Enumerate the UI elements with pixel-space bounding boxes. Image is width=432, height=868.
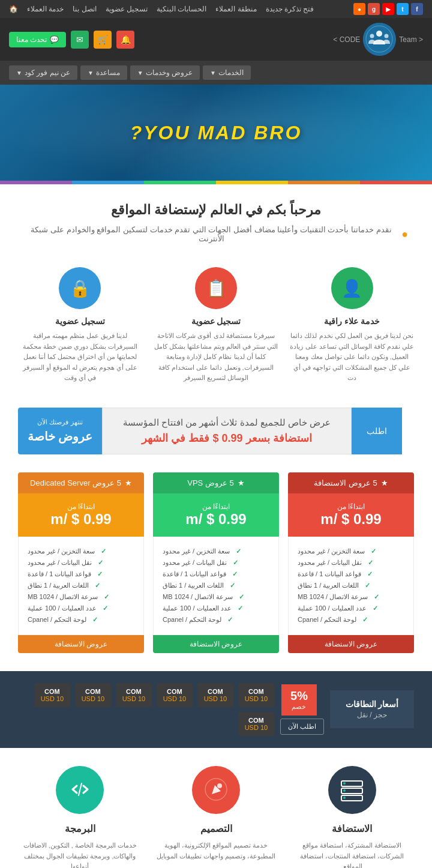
feature-speed: سرعة الاتصال / MB 1024: [298, 591, 404, 603]
feature-db-v: قواعد البيانات 1 / قاعدة: [163, 568, 269, 580]
discount-label: خصم: [290, 703, 308, 711]
rss-icon[interactable]: ●: [353, 3, 365, 15]
domain-ext-1: COM: [203, 688, 227, 695]
star-icon: ★: [125, 478, 132, 487]
plan-footer-hosting[interactable]: عروض الاستضافة: [288, 635, 414, 653]
color-bar: [0, 181, 432, 184]
new-ticket-link[interactable]: فتح تذكرة جديدة: [266, 5, 314, 13]
discount-percent: 5%: [290, 689, 308, 703]
youtube-icon[interactable]: ▶: [382, 3, 394, 15]
feature-desc-1: سيرفرنا مستضافة لدى أقوى شركات الاتاحة ا…: [154, 331, 278, 384]
chat-button[interactable]: 💬 تحدث معنا: [9, 32, 66, 47]
domain-ext-5: COM: [40, 688, 64, 695]
plan-features-dedicated: سعة التخزين / غير محدود نقل البيانات / غ…: [18, 537, 144, 635]
domain-price-3[interactable]: COM 10 USD: [116, 683, 152, 707]
svg-point-4: [385, 34, 389, 38]
cart-icon[interactable]: 🛒: [94, 31, 112, 49]
domain-price-val-5: 10 USD: [40, 695, 64, 702]
domain-title: أسعار النطاقات: [342, 699, 402, 709]
plan-price-dedicated: ابتداءًا من 0.99 $ /m: [18, 493, 144, 537]
home-link[interactable]: 🏠: [9, 5, 18, 13]
mail-icon[interactable]: ✉: [71, 31, 89, 49]
color-bar-green: [144, 181, 216, 184]
hero-question: ?: [130, 122, 144, 143]
feature-ops-d: عدد العمليات / 100 عملية: [28, 603, 134, 614]
welcome-subtitle: ● نقدم خدماتنا بأحدث التقنيات وأعلينا مض…: [24, 225, 408, 243]
nav-services[interactable]: الخدمات ▼: [203, 65, 251, 80]
svg-point-2: [376, 31, 382, 37]
nav-offers[interactable]: عروض وخدمات ▼: [130, 65, 200, 80]
feature-lang: اللغات العربية / 1 نطاق: [298, 580, 404, 591]
feature-ops-v: عدد العمليات / 100 عملية: [163, 603, 269, 614]
domain-price-5[interactable]: COM 10 USD: [34, 683, 70, 707]
feature-item-vip: 👤 خدمة علاء راقية نحن لدينا فريق من العم…: [290, 267, 414, 384]
services-grid: الاستضافة الاستضافة المشتركة، استضافة مو…: [18, 766, 414, 868]
domain-price-2[interactable]: COM 10 USD: [157, 683, 193, 707]
facebook-icon[interactable]: f: [411, 3, 423, 15]
plan-footer-dedicated[interactable]: عروض الاستضافة: [18, 635, 144, 653]
color-bar-yellow: [216, 181, 288, 184]
nav-help[interactable]: مساعدة ▼: [80, 65, 127, 80]
order-now-button[interactable]: اطلب الآن: [280, 719, 324, 735]
feature-speed-v: سرعة الاتصال / MB 1024: [163, 591, 269, 603]
svg-point-3: [370, 34, 374, 38]
plan-price-hosting: ابتداءًا من 0.99 $ /m: [288, 493, 414, 537]
bank-link[interactable]: الحسابات البنكية: [157, 5, 206, 13]
clients-link[interactable]: خدمة العملاء: [27, 5, 64, 13]
header-icons: 🔔 🛒 ✉: [71, 31, 134, 49]
feature-transfer-d: نقل البيانات / غير محدود: [28, 557, 134, 568]
nav-about[interactable]: عن نيم فور كود ▼: [9, 65, 77, 80]
feature-title-0: خدمة علاء راقية: [290, 316, 414, 326]
services-section: الاستضافة الاستضافة المشتركة، استضافة مو…: [0, 748, 432, 868]
nav-bar: الخدمات ▼ عروض وخدمات ▼ مساعدة ▼ عن نيم …: [0, 61, 432, 85]
domain-price-val-2: 10 USD: [163, 695, 187, 702]
domain-price-1[interactable]: COM 10 USD: [197, 683, 233, 707]
contact-link[interactable]: اتصل بنا: [73, 5, 96, 13]
googleplus-icon[interactable]: g: [368, 3, 380, 15]
logo-tag-right: CODE >: [333, 35, 360, 44]
hero-text: YOU MAD BRO?: [130, 122, 302, 144]
color-bar-blue: [72, 181, 144, 184]
promo-section: اطلب عرض خاص للجميع لمدة ثلاث أشهر من اف…: [18, 408, 414, 454]
svg-point-8: [343, 789, 346, 792]
plan-footer-vps[interactable]: عروض الاستضافة: [153, 635, 279, 653]
service-icon-hosting: [328, 766, 376, 814]
svg-point-10: [343, 797, 346, 799]
plan-header-dedicated: ★ 5 عروض Dedicated Server: [18, 472, 144, 493]
color-bar-orange: [288, 181, 360, 184]
promo-price-text: استضافة بسعر 0.99 $ فقط في الشهر: [115, 432, 339, 445]
domain-price-6[interactable]: COM 10 USD: [238, 712, 274, 736]
register-link[interactable]: تسجيل عضوية: [106, 5, 148, 13]
order-button[interactable]: اطلب: [352, 408, 402, 454]
domain-ext-3: COM: [122, 688, 146, 695]
service-title-1: التصميم: [154, 823, 278, 834]
feature-lang-v: اللغات العربية / 1 نطاق: [163, 580, 269, 591]
promo-main-text: عرض خاص للجميع لمدة ثلاث أشهر من افتتاح …: [115, 417, 339, 428]
header-actions: 🔔 🛒 ✉ 💬 تحدث معنا: [9, 31, 134, 49]
star-icon: ★: [238, 478, 245, 487]
plan-header-vps: ★ 5 عروض VPS: [153, 472, 279, 493]
feature-transfer-v: نقل البيانات / غير محدود: [163, 557, 269, 568]
logo: < Team CODE >: [333, 23, 423, 56]
chevron-down-icon: ▼: [137, 70, 143, 76]
domain-price-val-6: 10 USD: [244, 724, 268, 731]
service-title-2: البرمجة: [18, 823, 142, 834]
svg-point-0: [363, 23, 395, 55]
features-section: 👤 خدمة علاء راقية نحن لدينا فريق من العم…: [0, 261, 432, 402]
notification-bell-icon[interactable]: 🔔: [116, 31, 134, 49]
feature-storage: سعة التخزين / غير محدود: [298, 546, 404, 557]
discount-area: 5% خصم اطلب الآن: [280, 684, 324, 735]
service-hosting: الاستضافة الاستضافة المشتركة، استضافة مو…: [290, 766, 414, 868]
domain-price-0[interactable]: COM 10 USD: [238, 683, 274, 707]
domain-price-val-3: 10 USD: [122, 695, 146, 702]
feature-title-2: تسجيل عضوية: [18, 316, 142, 326]
orange-dot-icon: ●: [401, 228, 408, 241]
twitter-icon[interactable]: t: [397, 3, 409, 15]
plan-features-vps: سعة التخزين / غير محدود نقل البيانات / غ…: [153, 537, 279, 635]
domain-subtitle: حجز / نقل: [342, 711, 402, 719]
client-area-link[interactable]: منطقة العملاء: [215, 5, 256, 13]
plan-features-list: سعة التخزين / غير محدود نقل البيانات / غ…: [298, 546, 404, 625]
domain-price-4[interactable]: COM 10 USD: [75, 683, 111, 707]
logo-tag-left: < Team: [399, 35, 423, 44]
color-bar-purple: [0, 181, 72, 184]
